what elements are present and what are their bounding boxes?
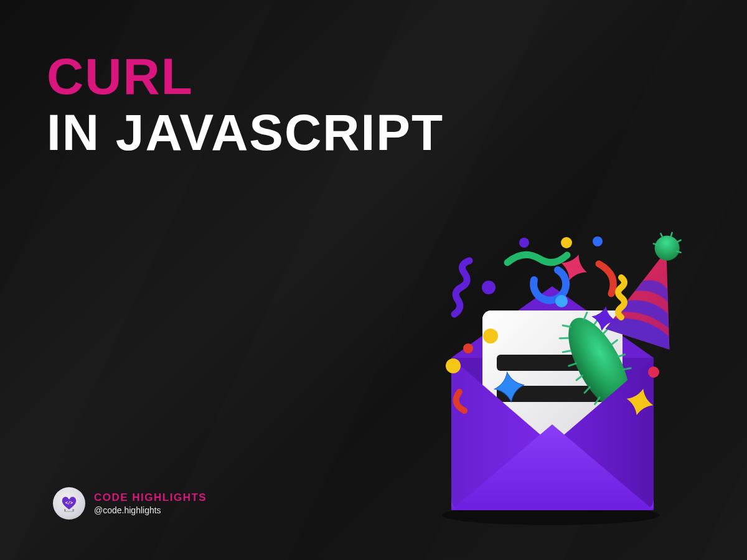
svg-point-36 bbox=[593, 236, 603, 246]
title-block: CURL IN JAVASCRIPT bbox=[47, 50, 444, 159]
svg-point-26 bbox=[651, 232, 682, 263]
svg-line-27 bbox=[671, 233, 672, 236]
svg-point-39 bbox=[519, 238, 529, 248]
svg-point-33 bbox=[483, 329, 498, 343]
brand-text: CODE HIGHLIGHTS @code.highlights bbox=[94, 492, 207, 515]
envelope-confetti-celebration-icon bbox=[380, 205, 703, 529]
svg-point-32 bbox=[482, 281, 496, 294]
svg-point-34 bbox=[555, 295, 568, 307]
title-line-1: CURL bbox=[47, 50, 444, 103]
avatar: </> bbox=[53, 487, 85, 520]
svg-rect-3 bbox=[73, 509, 74, 511]
brand-name: CODE HIGHLIGHTS bbox=[94, 492, 207, 504]
svg-point-40 bbox=[648, 366, 659, 378]
svg-point-38 bbox=[463, 343, 473, 353]
svg-line-28 bbox=[677, 239, 680, 243]
svg-line-29 bbox=[660, 233, 664, 237]
svg-rect-2 bbox=[64, 509, 65, 511]
svg-point-37 bbox=[446, 358, 461, 373]
brand-footer: </> CODE HIGHLIGHTS @code.highlights bbox=[53, 487, 207, 520]
brand-handle: @code.highlights bbox=[94, 505, 207, 515]
avatar-heart-code-icon: </> bbox=[60, 495, 78, 512]
svg-point-1 bbox=[65, 511, 73, 512]
svg-point-35 bbox=[561, 237, 572, 248]
title-line-2: IN JAVASCRIPT bbox=[47, 106, 444, 159]
svg-text:</>: </> bbox=[65, 500, 73, 505]
